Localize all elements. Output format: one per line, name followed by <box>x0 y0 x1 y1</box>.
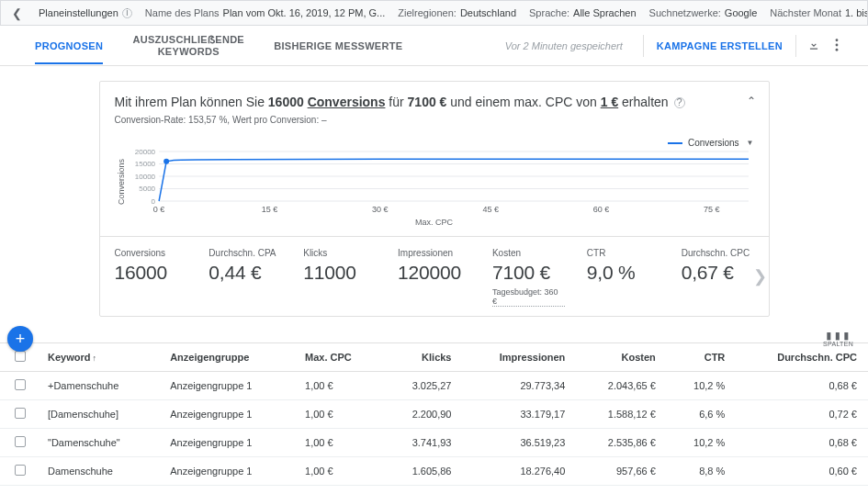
cell-clicks: 1.605,86 <box>383 457 463 486</box>
col-cost[interactable]: Kosten <box>576 343 667 372</box>
help-icon[interactable]: ? <box>674 97 685 108</box>
cell-clicks: 2.200,90 <box>383 400 463 429</box>
app-bar: ❮ Planeinstellungen i Name des PlansPlan… <box>0 0 868 26</box>
svg-point-0 <box>836 39 839 41</box>
svg-text:20000: 20000 <box>134 150 155 156</box>
svg-point-13 <box>163 159 169 164</box>
create-campaign-button[interactable]: KAMPAGNE ERSTELLEN <box>648 40 792 51</box>
chart-ylabel: Conversions <box>115 150 128 214</box>
metric-cpa: 0,44 € <box>209 262 281 284</box>
row-checkbox[interactable] <box>15 436 26 447</box>
cell-clicks: 3.741,93 <box>383 429 463 457</box>
tab-negative-keywords[interactable]: AUSZUSCHLIEẞENDE KEYWORDS <box>116 34 261 56</box>
svg-text:30 €: 30 € <box>372 205 389 214</box>
cell-maxcpc: 1,00 € <box>294 400 383 429</box>
columns-button[interactable]: ▮▮▮ SPALTEN <box>823 330 853 347</box>
cell-adgroup: Anzeigengruppe 1 <box>159 372 294 400</box>
col-maxcpc[interactable]: Max. CPC <box>294 343 383 372</box>
cell-maxcpc: 1,00 € <box>294 429 383 457</box>
chart: Conversions ▼ Conversions 05000100001500… <box>100 132 769 236</box>
more-icon[interactable] <box>828 39 846 53</box>
back-icon[interactable]: ❮ <box>8 6 26 20</box>
forecast-subline: Conversion-Rate: 153,57 %, Wert pro Conv… <box>115 115 754 125</box>
cell-keyword: +Damenschuhe <box>37 372 159 400</box>
tab-historical-metrics[interactable]: BISHERIGE MESSWERTE <box>261 40 415 51</box>
collapse-icon[interactable]: ⌃ <box>747 95 756 107</box>
tab-bar: PROGNOSEN AUSZUSCHLIEẞENDE KEYWORDS BISH… <box>0 26 868 66</box>
cell-cost: 2.535,86 € <box>576 429 667 457</box>
select-all-checkbox[interactable] <box>15 351 26 362</box>
keywords-table-section: + ▮▮▮ SPALTEN Keyword↑ Anzeigengruppe Ma… <box>0 342 868 494</box>
table-row[interactable]: "Damenschuhe" Anzeigengruppe 1 1,00 € 3.… <box>0 429 868 457</box>
sort-asc-icon: ↑ <box>92 354 96 363</box>
cell-keyword: Damenschuhe <box>37 457 159 486</box>
row-checkbox[interactable] <box>15 465 26 476</box>
metric-ctr: 9,0 % <box>587 262 659 284</box>
metrics-row: Conversions16000 Durchschn. CPA0,44 € Kl… <box>100 236 769 316</box>
svg-text:75 €: 75 € <box>704 205 720 214</box>
cell-avgcpc: 0,72 € <box>736 400 868 429</box>
cell-adgroup: Anzeigengruppe 1 <box>159 400 294 429</box>
cell-ctr: 10,2 % <box>667 372 737 400</box>
cell-cost: 1.588,12 € <box>576 400 667 429</box>
svg-text:60 €: 60 € <box>592 205 609 214</box>
download-icon[interactable] <box>800 39 828 53</box>
chart-xlabel: Max. CPC <box>115 214 754 236</box>
cell-keyword: [Damenschuhe] <box>37 400 159 429</box>
svg-text:45 €: 45 € <box>482 205 499 214</box>
plan-settings-label[interactable]: Planeinstellungen <box>39 7 118 18</box>
cell-adgroup: Anzeigengruppe 1 <box>159 457 294 486</box>
keywords-table: Keyword↑ Anzeigengruppe Max. CPC Klicks … <box>0 342 868 486</box>
table-row[interactable]: +Damenschuhe Anzeigengruppe 1 1,00 € 3.0… <box>0 372 868 400</box>
svg-point-1 <box>836 43 839 46</box>
add-button[interactable]: + <box>7 326 33 352</box>
svg-text:0 €: 0 € <box>152 205 164 214</box>
cell-adgroup: Anzeigengruppe 1 <box>159 429 294 457</box>
cell-impr: 36.519,23 <box>463 429 577 457</box>
col-avgcpc[interactable]: Durchschn. CPC <box>736 343 868 372</box>
chart-svg[interactable]: 05000100001500020000 0 €15 €30 €45 €60 €… <box>128 150 754 214</box>
col-clicks[interactable]: Klicks <box>383 343 463 372</box>
chart-legend[interactable]: Conversions ▼ <box>115 138 754 150</box>
forecast-card: Mit ihrem Plan können Sie 16000 Conversi… <box>99 81 770 317</box>
plan-name-label: Name des Plans <box>145 7 220 18</box>
networks-value[interactable]: Google <box>725 7 757 18</box>
row-checkbox[interactable] <box>15 379 26 390</box>
cell-avgcpc: 0,68 € <box>736 429 868 457</box>
cell-maxcpc: 1,00 € <box>294 372 383 400</box>
cell-clicks: 3.025,27 <box>383 372 463 400</box>
metric-conversions: 16000 <box>115 262 187 284</box>
col-impr[interactable]: Impressionen <box>463 343 577 372</box>
metrics-scroll-right-icon[interactable]: ❯ <box>753 266 767 286</box>
legend-line-icon <box>668 142 682 144</box>
metric-clicks: 11000 <box>303 262 376 284</box>
cell-impr: 18.276,40 <box>463 457 577 486</box>
col-adgroup[interactable]: Anzeigengruppe <box>159 343 294 372</box>
networks-label: Suchnetzwerke: <box>649 7 721 18</box>
col-keyword[interactable]: Keyword↑ <box>37 343 159 372</box>
cell-ctr: 8,8 % <box>667 457 737 486</box>
svg-point-2 <box>836 48 839 51</box>
language-label: Sprache: <box>529 7 569 18</box>
cell-maxcpc: 1,00 € <box>294 457 383 486</box>
date-range-picker[interactable]: Nächster Monat 1. bis 30. Nov 2019 ▼ <box>770 7 868 18</box>
table-row[interactable]: [Damenschuhe] Anzeigengruppe 1 1,00 € 2.… <box>0 400 868 429</box>
metric-impressions: 120000 <box>398 262 470 284</box>
cell-ctr: 10,2 % <box>667 429 737 457</box>
plan-name-value[interactable]: Plan vom Okt. 16, 2019, 12 PM, G... <box>223 7 386 18</box>
row-checkbox[interactable] <box>15 408 26 419</box>
metric-cost: 7100 € <box>492 262 565 284</box>
cell-impr: 29.773,34 <box>463 372 577 400</box>
caret-down-icon: ▼ <box>747 139 754 147</box>
svg-text:15000: 15000 <box>134 161 155 169</box>
svg-text:10000: 10000 <box>134 173 155 181</box>
info-icon[interactable]: i <box>122 8 132 18</box>
tab-forecasts[interactable]: PROGNOSEN <box>22 40 116 51</box>
col-ctr[interactable]: CTR <box>667 343 737 372</box>
language-value[interactable]: Alle Sprachen <box>573 7 637 18</box>
regions-value[interactable]: Deutschland <box>460 7 516 18</box>
table-row[interactable]: Damenschuhe Anzeigengruppe 1 1,00 € 1.60… <box>0 457 868 486</box>
cell-avgcpc: 0,68 € <box>736 372 868 400</box>
svg-text:5000: 5000 <box>139 185 155 194</box>
cell-keyword: "Damenschuhe" <box>37 429 159 457</box>
